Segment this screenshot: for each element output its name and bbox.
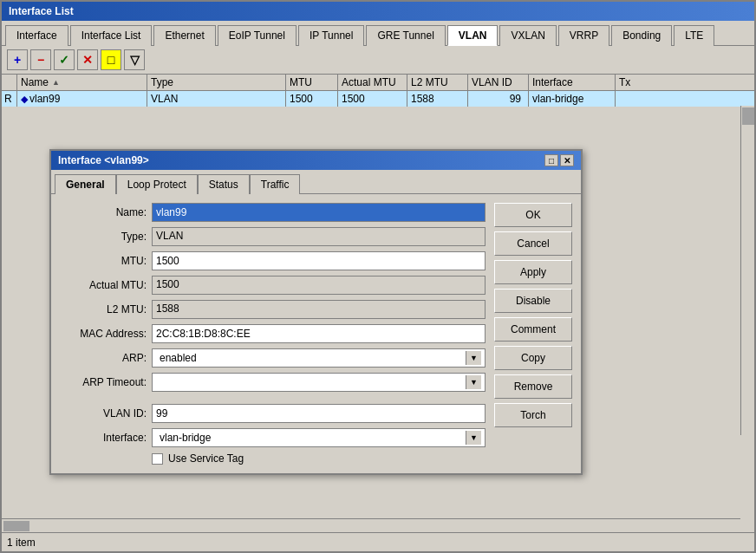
dialog-body: Name: Type: VLAN MTU: Actual MTU: 1500 [51, 194, 581, 473]
actual-mtu-value: 1500 [152, 276, 486, 295]
disable-button[interactable]: Disable [494, 289, 572, 313]
arp-timeout-select[interactable]: ▼ [152, 373, 486, 392]
tab-lte[interactable]: LTE [674, 25, 714, 46]
dialog-title-bar: Interface <vlan99> □ ✕ [51, 151, 581, 170]
tab-vlan[interactable]: VLAN [447, 25, 499, 46]
col-header-interface[interactable]: Interface [529, 75, 616, 90]
interface-dropdown-arrow[interactable]: ▼ [466, 431, 481, 445]
row-type: VLAN [147, 91, 286, 107]
interface-label: Interface: [60, 432, 147, 444]
mtu-label: MTU: [60, 255, 147, 267]
service-tag-checkbox[interactable] [152, 453, 163, 465]
disable-toolbar-button[interactable]: ✕ [77, 49, 98, 70]
dialog-tab-traffic[interactable]: Traffic [250, 174, 301, 194]
filter-button[interactable]: ▽ [124, 49, 145, 70]
col-header-name[interactable]: Name ▲ [17, 75, 147, 90]
vertical-scrollbar[interactable] [740, 106, 754, 435]
mac-row: MAC Address: [60, 324, 486, 343]
mtu-input[interactable] [152, 251, 486, 270]
arp-select-value: enabled [156, 350, 466, 366]
h-scroll-thumb[interactable] [3, 521, 29, 531]
horizontal-scrollbar[interactable] [2, 518, 740, 532]
tab-gre-tunnel[interactable]: GRE Tunnel [366, 25, 445, 46]
col-header-mtu[interactable]: MTU [286, 75, 338, 90]
toolbar: + − ✓ ✕ □ ▽ [2, 46, 754, 75]
interface-row: Interface: vlan-bridge ▼ [60, 428, 486, 447]
row-vlanid: 99 [468, 91, 529, 107]
interface-select-value: vlan-bridge [156, 430, 466, 446]
tab-ethernet[interactable]: Ethernet [153, 25, 215, 46]
tab-vxlan[interactable]: VXLAN [499, 25, 556, 46]
interface-dialog: Interface <vlan99> □ ✕ General Loop Prot… [49, 149, 583, 475]
row-interface: vlan-bridge [529, 91, 616, 107]
interface-select[interactable]: vlan-bridge ▼ [152, 428, 486, 447]
copy-button[interactable]: Copy [494, 346, 572, 370]
arp-timeout-select-value [156, 381, 466, 384]
col-header-vlanid[interactable]: VLAN ID [468, 75, 529, 90]
delete-button[interactable]: − [30, 49, 51, 70]
type-value: VLAN [152, 227, 486, 246]
tab-interface-list[interactable]: Interface List [70, 25, 153, 46]
dialog-tabs: General Loop Protect Status Traffic [51, 170, 581, 194]
comment-button[interactable]: Comment [494, 317, 572, 342]
mac-input[interactable] [152, 324, 486, 343]
arp-select[interactable]: enabled ▼ [152, 348, 486, 368]
table-header: Name ▲ Type MTU Actual MTU L2 MTU VLAN I… [2, 75, 754, 91]
dialog-close-button[interactable]: ✕ [560, 154, 574, 166]
tab-vrrp[interactable]: VRRP [558, 25, 609, 46]
status-bar: 1 item [2, 532, 754, 551]
tab-interface[interactable]: Interface [5, 25, 68, 46]
table-row[interactable]: R ◆ vlan99 VLAN 1500 1500 1588 99 vlan-b… [2, 91, 754, 107]
dialog-title-buttons: □ ✕ [544, 154, 574, 166]
box-button[interactable]: □ [101, 49, 121, 70]
name-input[interactable] [152, 203, 486, 222]
dialog-tab-status[interactable]: Status [198, 174, 250, 194]
l2-mtu-value: 1588 [152, 300, 486, 319]
remove-button[interactable]: Remove [494, 374, 572, 399]
tab-eoip-tunnel[interactable]: EoIP Tunnel [218, 25, 297, 46]
name-row: Name: [60, 203, 486, 222]
type-row: Type: VLAN [60, 227, 486, 246]
l2-mtu-label: L2 MTU: [60, 303, 147, 316]
col-header-tx[interactable]: Tx [616, 75, 659, 90]
vlan-icon: ◆ [21, 94, 28, 105]
dialog-buttons: OK Cancel Apply Disable Comment Copy Rem… [494, 203, 572, 465]
arp-dropdown-arrow[interactable]: ▼ [466, 351, 481, 365]
vlan-id-input[interactable] [152, 404, 486, 423]
col-header-actual-mtu[interactable]: Actual MTU [338, 75, 407, 90]
status-text: 1 item [7, 537, 36, 549]
arp-timeout-label: ARP Timeout: [60, 376, 147, 388]
mac-label: MAC Address: [60, 328, 147, 340]
arp-label: ARP: [60, 352, 147, 364]
vlan-id-row: VLAN ID: [60, 404, 486, 423]
title-bar: Interface List [2, 2, 754, 21]
col-header-flag [2, 75, 17, 90]
tab-bar: Interface Interface List Ethernet EoIP T… [2, 21, 754, 46]
main-window: Interface List Interface Interface List … [0, 0, 756, 553]
row-name: ◆ vlan99 [17, 91, 147, 107]
apply-button[interactable]: Apply [494, 260, 572, 284]
add-button[interactable]: + [7, 49, 28, 70]
col-header-l2mtu[interactable]: L2 MTU [407, 75, 468, 90]
dialog-form: Name: Type: VLAN MTU: Actual MTU: 1500 [60, 203, 486, 465]
window-title: Interface List [9, 5, 74, 17]
arp-timeout-dropdown-arrow[interactable]: ▼ [466, 375, 481, 389]
dialog-tab-loop-protect[interactable]: Loop Protect [116, 174, 198, 194]
torch-button[interactable]: Torch [494, 403, 572, 427]
row-l2mtu: 1588 [407, 91, 468, 107]
cancel-button[interactable]: Cancel [494, 231, 572, 256]
ok-button[interactable]: OK [494, 203, 572, 227]
spacer [60, 397, 486, 404]
type-label: Type: [60, 231, 147, 243]
col-header-type[interactable]: Type [147, 75, 286, 90]
enable-button[interactable]: ✓ [54, 49, 75, 70]
tab-ip-tunnel[interactable]: IP Tunnel [298, 25, 364, 46]
arp-row: ARP: enabled ▼ [60, 348, 486, 368]
tab-bonding[interactable]: Bonding [611, 25, 672, 46]
dialog-tab-general[interactable]: General [55, 174, 116, 194]
l2-mtu-row: L2 MTU: 1588 [60, 300, 486, 319]
scroll-thumb[interactable] [742, 107, 754, 125]
row-actual-mtu: 1500 [338, 91, 407, 107]
dialog-minimize-button[interactable]: □ [544, 154, 558, 166]
vlan-id-label: VLAN ID: [60, 407, 147, 420]
